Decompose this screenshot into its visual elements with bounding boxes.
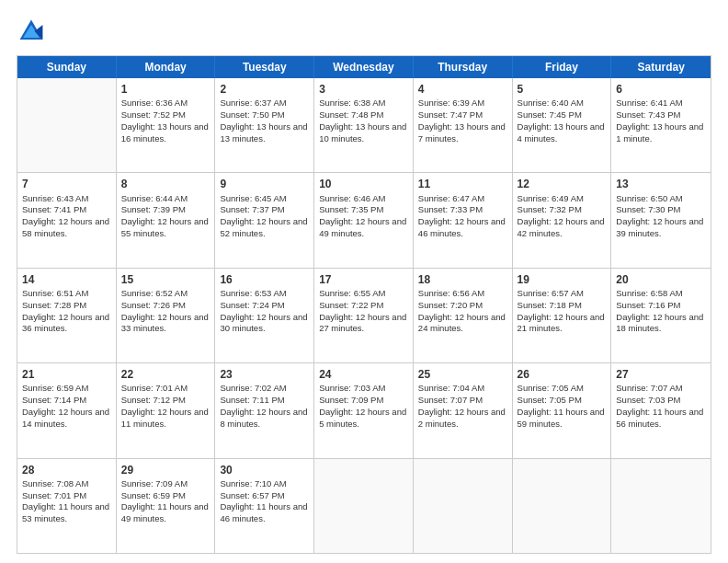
- calendar-row: 1Sunrise: 6:36 AMSunset: 7:52 PMDaylight…: [17, 78, 711, 173]
- cell-info: Sunrise: 7:08 AMSunset: 7:01 PMDaylight:…: [22, 478, 111, 525]
- day-number: 30: [220, 463, 309, 477]
- day-number: 7: [22, 177, 111, 191]
- day-number: 5: [518, 82, 607, 97]
- cell-info: Sunrise: 6:44 AMSunset: 7:39 PMDaylight:…: [121, 193, 210, 240]
- day-number: 24: [319, 367, 408, 382]
- calendar-cell: 7Sunrise: 6:43 AMSunset: 7:41 PMDaylight…: [17, 173, 117, 267]
- calendar: SundayMondayTuesdayWednesdayThursdayFrid…: [17, 55, 711, 554]
- calendar-cell: 4Sunrise: 6:39 AMSunset: 7:47 PMDaylight…: [414, 78, 513, 172]
- day-number: 28: [22, 463, 111, 477]
- day-number: 19: [518, 272, 607, 287]
- calendar-cell: 6Sunrise: 6:41 AMSunset: 7:43 PMDaylight…: [611, 78, 711, 172]
- day-number: 4: [418, 82, 507, 97]
- cell-info: Sunrise: 6:43 AMSunset: 7:41 PMDaylight:…: [22, 193, 111, 240]
- calendar-row: 14Sunrise: 6:51 AMSunset: 7:28 PMDayligh…: [17, 269, 711, 363]
- cell-info: Sunrise: 6:40 AMSunset: 7:45 PMDaylight:…: [518, 98, 607, 144]
- page: SundayMondayTuesdayWednesdayThursdayFrid…: [0, 0, 728, 563]
- day-number: 9: [220, 177, 309, 191]
- cell-info: Sunrise: 7:03 AMSunset: 7:09 PMDaylight:…: [319, 383, 408, 430]
- calendar-cell: 24Sunrise: 7:03 AMSunset: 7:09 PMDayligh…: [314, 363, 414, 457]
- cell-info: Sunrise: 6:38 AMSunset: 7:48 PMDaylight:…: [319, 98, 408, 144]
- calendar-cell: 25Sunrise: 7:04 AMSunset: 7:07 PMDayligh…: [414, 363, 513, 457]
- cell-info: Sunrise: 7:07 AMSunset: 7:03 PMDaylight:…: [616, 383, 706, 430]
- day-number: 17: [319, 272, 408, 287]
- day-number: 12: [518, 177, 607, 191]
- day-header-monday: Monday: [117, 56, 216, 78]
- day-number: 10: [319, 177, 408, 191]
- calendar-row: 28Sunrise: 7:08 AMSunset: 7:01 PMDayligh…: [17, 459, 711, 553]
- calendar-cell: 1Sunrise: 6:36 AMSunset: 7:52 PMDaylight…: [117, 78, 216, 172]
- cell-info: Sunrise: 6:41 AMSunset: 7:43 PMDaylight:…: [616, 98, 706, 144]
- day-number: 26: [518, 367, 607, 382]
- cell-info: Sunrise: 6:52 AMSunset: 7:26 PMDaylight:…: [121, 288, 210, 335]
- day-number: 14: [22, 272, 111, 287]
- calendar-cell: [314, 459, 414, 553]
- day-number: 29: [121, 463, 210, 477]
- calendar-cell: 27Sunrise: 7:07 AMSunset: 7:03 PMDayligh…: [611, 363, 711, 457]
- cell-info: Sunrise: 6:56 AMSunset: 7:20 PMDaylight:…: [418, 288, 507, 335]
- cell-info: Sunrise: 6:53 AMSunset: 7:24 PMDaylight:…: [220, 288, 309, 335]
- day-header-tuesday: Tuesday: [215, 56, 314, 78]
- calendar-row: 7Sunrise: 6:43 AMSunset: 7:41 PMDaylight…: [17, 173, 711, 268]
- calendar-cell: 22Sunrise: 7:01 AMSunset: 7:12 PMDayligh…: [117, 363, 216, 457]
- day-number: 11: [418, 177, 507, 191]
- calendar-body: 1Sunrise: 6:36 AMSunset: 7:52 PMDaylight…: [17, 78, 711, 553]
- calendar-cell: [17, 78, 117, 172]
- day-number: 20: [616, 272, 706, 287]
- calendar-cell: 21Sunrise: 6:59 AMSunset: 7:14 PMDayligh…: [17, 363, 117, 457]
- calendar-cell: 26Sunrise: 7:05 AMSunset: 7:05 PMDayligh…: [513, 363, 612, 457]
- day-number: 27: [616, 367, 706, 382]
- calendar-cell: 20Sunrise: 6:58 AMSunset: 7:16 PMDayligh…: [611, 269, 711, 362]
- cell-info: Sunrise: 6:39 AMSunset: 7:47 PMDaylight:…: [418, 98, 507, 144]
- day-number: 15: [121, 272, 210, 287]
- calendar-cell: 28Sunrise: 7:08 AMSunset: 7:01 PMDayligh…: [17, 459, 117, 553]
- calendar-cell: 18Sunrise: 6:56 AMSunset: 7:20 PMDayligh…: [414, 269, 513, 362]
- calendar-cell: 17Sunrise: 6:55 AMSunset: 7:22 PMDayligh…: [314, 269, 414, 362]
- cell-info: Sunrise: 7:05 AMSunset: 7:05 PMDaylight:…: [518, 383, 607, 430]
- cell-info: Sunrise: 7:04 AMSunset: 7:07 PMDaylight:…: [418, 383, 507, 430]
- calendar-cell: 3Sunrise: 6:38 AMSunset: 7:48 PMDaylight…: [314, 78, 414, 172]
- day-header-saturday: Saturday: [611, 56, 711, 78]
- calendar-cell: 10Sunrise: 6:46 AMSunset: 7:35 PMDayligh…: [314, 173, 414, 267]
- cell-info: Sunrise: 6:46 AMSunset: 7:35 PMDaylight:…: [319, 193, 408, 240]
- day-number: 21: [22, 367, 111, 382]
- cell-info: Sunrise: 6:49 AMSunset: 7:32 PMDaylight:…: [518, 193, 607, 240]
- day-number: 8: [121, 177, 210, 191]
- logo: [17, 17, 50, 46]
- cell-info: Sunrise: 6:58 AMSunset: 7:16 PMDaylight:…: [616, 288, 706, 335]
- calendar-cell: 14Sunrise: 6:51 AMSunset: 7:28 PMDayligh…: [17, 269, 117, 362]
- cell-info: Sunrise: 6:51 AMSunset: 7:28 PMDaylight:…: [22, 288, 111, 335]
- calendar-row: 21Sunrise: 6:59 AMSunset: 7:14 PMDayligh…: [17, 363, 711, 458]
- cell-info: Sunrise: 6:59 AMSunset: 7:14 PMDaylight:…: [22, 383, 111, 430]
- day-number: 1: [121, 82, 210, 97]
- calendar-cell: 13Sunrise: 6:50 AMSunset: 7:30 PMDayligh…: [611, 173, 711, 267]
- cell-info: Sunrise: 6:47 AMSunset: 7:33 PMDaylight:…: [418, 193, 507, 240]
- cell-info: Sunrise: 7:10 AMSunset: 6:57 PMDaylight:…: [220, 478, 309, 525]
- day-header-friday: Friday: [513, 56, 612, 78]
- cell-info: Sunrise: 7:01 AMSunset: 7:12 PMDaylight:…: [121, 383, 210, 430]
- cell-info: Sunrise: 6:50 AMSunset: 7:30 PMDaylight:…: [616, 193, 706, 240]
- calendar-cell: 8Sunrise: 6:44 AMSunset: 7:39 PMDaylight…: [117, 173, 216, 267]
- calendar-header: SundayMondayTuesdayWednesdayThursdayFrid…: [17, 56, 711, 78]
- day-header-thursday: Thursday: [414, 56, 513, 78]
- calendar-cell: 12Sunrise: 6:49 AMSunset: 7:32 PMDayligh…: [513, 173, 612, 267]
- calendar-cell: 19Sunrise: 6:57 AMSunset: 7:18 PMDayligh…: [513, 269, 612, 362]
- day-number: 6: [616, 82, 706, 97]
- calendar-cell: 5Sunrise: 6:40 AMSunset: 7:45 PMDaylight…: [513, 78, 612, 172]
- calendar-cell: [414, 459, 513, 553]
- day-number: 16: [220, 272, 309, 287]
- calendar-cell: [611, 459, 711, 553]
- calendar-cell: 11Sunrise: 6:47 AMSunset: 7:33 PMDayligh…: [414, 173, 513, 267]
- calendar-cell: 29Sunrise: 7:09 AMSunset: 6:59 PMDayligh…: [117, 459, 216, 553]
- day-number: 23: [220, 367, 309, 382]
- day-number: 3: [319, 82, 408, 97]
- cell-info: Sunrise: 7:02 AMSunset: 7:11 PMDaylight:…: [220, 383, 309, 430]
- cell-info: Sunrise: 6:36 AMSunset: 7:52 PMDaylight:…: [121, 98, 210, 144]
- calendar-cell: [513, 459, 612, 553]
- day-number: 22: [121, 367, 210, 382]
- day-header-sunday: Sunday: [17, 56, 117, 78]
- calendar-cell: 23Sunrise: 7:02 AMSunset: 7:11 PMDayligh…: [215, 363, 314, 457]
- day-number: 13: [616, 177, 706, 191]
- cell-info: Sunrise: 7:09 AMSunset: 6:59 PMDaylight:…: [121, 478, 210, 525]
- calendar-cell: 9Sunrise: 6:45 AMSunset: 7:37 PMDaylight…: [215, 173, 314, 267]
